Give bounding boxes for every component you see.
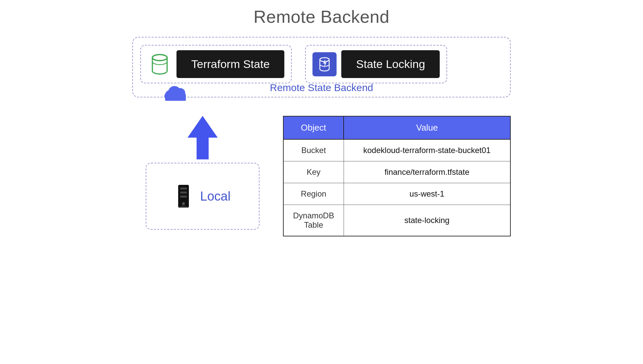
cloud-icon <box>162 84 189 103</box>
table-header-object: Object <box>283 116 344 139</box>
table-row: Region us-west-1 <box>283 183 510 205</box>
table-cell-object: Key <box>283 161 344 183</box>
left-side: Local <box>132 116 273 230</box>
remote-state-backend-label: Remote State Backend <box>270 82 373 93</box>
svg-rect-11 <box>180 188 187 190</box>
svg-marker-9 <box>188 116 218 159</box>
remote-backend-box: Terraform State State Locking <box>132 37 511 97</box>
svg-rect-13 <box>180 196 187 198</box>
svg-rect-16 <box>180 206 188 208</box>
local-box: Local <box>146 163 260 230</box>
svg-point-14 <box>182 202 185 205</box>
table-cell-object: Bucket <box>283 139 344 161</box>
svg-rect-12 <box>180 192 187 194</box>
up-arrow-icon <box>188 116 218 159</box>
table-cell-value: us-west-1 <box>344 183 510 205</box>
svg-point-1 <box>152 55 167 61</box>
inner-boxes-row: Terraform State State Locking <box>140 45 503 83</box>
table-cell-value: kodekloud-terraform-state-bucket01 <box>344 139 510 161</box>
page-title: Remote Backend <box>254 7 389 27</box>
terraform-state-box: Terraform State <box>140 45 292 83</box>
svg-rect-8 <box>165 95 186 101</box>
table-cell-value: finance/terraform.tfstate <box>344 161 510 183</box>
state-locking-box: State Locking <box>305 45 447 83</box>
local-label: Local <box>200 189 231 204</box>
table-row: Bucket kodekloud-terraform-state-bucket0… <box>283 139 510 161</box>
table-row: DynamoDBTable state-locking <box>283 205 510 236</box>
server-icon <box>175 184 192 208</box>
s3-bucket-icon <box>148 52 172 76</box>
up-arrow-container <box>188 116 218 159</box>
data-table: Object Value Bucket kodekloud-terraform-… <box>283 116 511 236</box>
table-cell-object: DynamoDBTable <box>283 205 344 236</box>
right-side: Object Value Bucket kodekloud-terraform-… <box>283 116 511 236</box>
table-cell-value: state-locking <box>344 205 510 236</box>
main-container: Remote Backend Terraform State <box>0 0 643 364</box>
terraform-state-label: Terraform State <box>176 50 284 78</box>
table-cell-object: Region <box>283 183 344 205</box>
table-row: Key finance/terraform.tfstate <box>283 161 510 183</box>
dynamodb-icon <box>312 52 337 76</box>
state-locking-label: State Locking <box>341 50 440 78</box>
table-header-value: Value <box>344 116 510 139</box>
bottom-section: Local Object Value Bucket kodekloud-terr… <box>132 116 511 236</box>
